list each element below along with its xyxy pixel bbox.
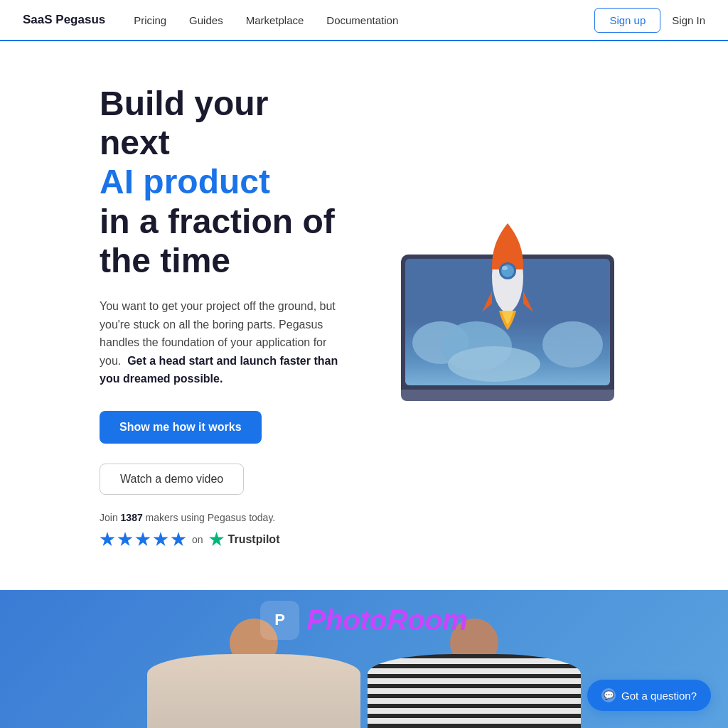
nav-links: Pricing Guides Marketplace Documentation — [134, 14, 594, 26]
photoroom-logo-row: P PhotoRoom — [260, 601, 468, 640]
signin-button[interactable]: Sign In — [672, 14, 705, 26]
hero-description: You want to get your project off the gro… — [100, 297, 344, 388]
social-proof-prefix: Join — [100, 512, 121, 523]
photoroom-text: PhotoRoom — [306, 604, 468, 636]
nav-link-pricing[interactable]: Pricing — [134, 14, 166, 26]
star-4 — [153, 532, 168, 547]
star-1 — [100, 532, 115, 547]
person-left-body — [147, 654, 360, 728]
rocket-illustration — [472, 220, 543, 333]
person-right-body — [368, 654, 581, 728]
hero-text: Build your next AI product in a fraction… — [100, 84, 344, 547]
social-proof-count: 1387 — [121, 512, 143, 523]
cta-primary-button[interactable]: Show me how it works — [100, 411, 262, 444]
laptop-base — [401, 390, 614, 401]
trustpilot-name: Trustpilot — [228, 533, 280, 546]
social-proof-suffix: makers using Pegasus today. — [143, 512, 276, 523]
svg-point-3 — [502, 266, 508, 270]
hero-description-bold: Get a head start and launch faster than … — [100, 355, 338, 385]
star-5 — [171, 532, 186, 547]
chat-icon: 💬 — [601, 688, 616, 702]
pr-logo-icon: P — [260, 601, 299, 640]
trustpilot-logo: Trustpilot — [209, 532, 280, 547]
brand-link[interactable]: SaaS Pegasus — [23, 13, 105, 27]
nav-link-guides[interactable]: Guides — [189, 14, 223, 26]
trustpilot-on-text: on — [192, 534, 203, 545]
star-rating — [100, 532, 186, 547]
chat-bubble[interactable]: 💬 Got a question? — [587, 680, 711, 711]
trustpilot-icon — [209, 532, 225, 547]
hero-title-line1: Build your next — [100, 85, 268, 161]
smoke-puff-right — [542, 321, 603, 368]
hero-section: Build your next AI product in a fraction… — [0, 41, 728, 590]
hero-illustration — [373, 230, 643, 401]
star-3 — [135, 532, 151, 547]
social-proof-text: Join 1387 makers using Pegasus today. — [100, 512, 344, 523]
signup-button[interactable]: Sign up — [594, 8, 660, 33]
hero-title-line3: in a fraction of the time — [100, 203, 335, 279]
nav-link-marketplace[interactable]: Marketplace — [246, 14, 304, 26]
smoke-puff-front — [448, 346, 540, 382]
chat-label: Got a question? — [621, 690, 697, 702]
nav-actions: Sign up Sign In — [594, 8, 705, 33]
navbar: SaaS Pegasus Pricing Guides Marketplace … — [0, 0, 728, 41]
nav-link-documentation[interactable]: Documentation — [326, 14, 398, 26]
trustpilot-row: on Trustpilot — [100, 532, 344, 547]
hero-title-highlight: AI product — [100, 163, 270, 200]
star-2 — [117, 532, 133, 547]
cta-buttons: Show me how it works Watch a demo video — [100, 411, 344, 512]
hero-title: Build your next AI product in a fraction… — [100, 84, 344, 280]
cta-secondary-button[interactable]: Watch a demo video — [100, 464, 244, 495]
